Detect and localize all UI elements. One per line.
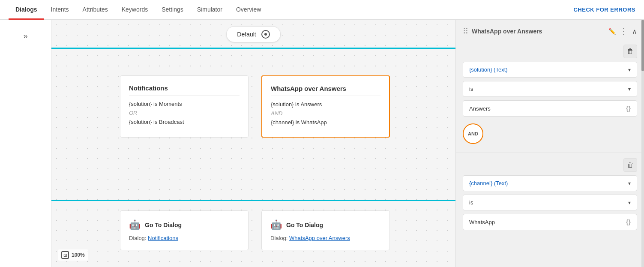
goto-notifications-dialog: Dialog: Notifications (129, 235, 240, 241)
condition2-operator-select[interactable]: is ▾ (463, 195, 637, 210)
goto-whatsapp-header: 🤖 Go To Dialog (270, 219, 381, 231)
goto-notifications-title: Go To Dialog (145, 222, 182, 228)
goto-whatsapp-title: Go To Dialog (286, 222, 323, 228)
condition1-field-text: {solution} (Text) (469, 66, 508, 73)
tab-attributes[interactable]: Attributes (76, 0, 115, 20)
default-bar: Default (51, 26, 455, 42)
condition2-value-text: WhatsApp (469, 219, 495, 225)
main-layout: » Default Notifications {solution} is Mo… (0, 20, 644, 267)
notifications-card-title: Notifications (129, 84, 240, 96)
target-icon (261, 30, 270, 39)
canvas-area: Default Notifications {solution} is Mome… (51, 20, 455, 267)
default-label-text: Default (237, 31, 256, 38)
condition2-field-chevron-icon: ▾ (628, 180, 631, 186)
notifications-connector: OR (129, 110, 240, 116)
goto-whatsapp-robot-icon: 🤖 (270, 219, 282, 231)
whatsapp-connector: AND (271, 110, 380, 117)
left-sidebar: » (0, 20, 51, 267)
goto-whatsapp-dialog: Dialog: WhatsApp over Answers (270, 235, 381, 241)
and-button[interactable]: AND (463, 123, 483, 144)
condition1-curly-icon: {} (626, 105, 631, 112)
condition1-operator-text: is (469, 86, 473, 92)
tab-keywords[interactable]: Keywords (115, 0, 155, 20)
condition2-curly-icon: {} (626, 219, 631, 225)
condition1-operator-select[interactable]: is ▾ (463, 81, 637, 97)
whatsapp-condition-card[interactable]: WhatsApp over Answers {solution} is Answ… (261, 75, 390, 138)
goto-whatsapp-card[interactable]: 🤖 Go To Dialog Dialog: WhatsApp over Ans… (261, 210, 390, 250)
right-panel: ⠿ WhatsApp over Answers ✏️ ⋮ ∧ 🗑 {soluti… (455, 20, 644, 267)
goto-notifications-robot-icon: 🤖 (129, 219, 141, 231)
zoom-text: 100% (72, 252, 85, 258)
whatsapp-card-title: WhatsApp over Answers (271, 85, 380, 96)
panel-divider (456, 153, 644, 153)
notifications-line2: {solution} is Broadcast (129, 119, 240, 125)
tab-simulator[interactable]: Simulator (190, 0, 229, 20)
panel-menu-icon[interactable]: ⋮ (620, 27, 628, 36)
panel-title: WhatsApp over Answers (472, 28, 604, 35)
whatsapp-line1: {solution} is Answers (271, 101, 380, 108)
condition2-value-box[interactable]: WhatsApp {} (463, 214, 637, 230)
scrollbar-thumb[interactable] (641, 20, 644, 71)
condition1-value-box[interactable]: Answers {} (463, 100, 637, 117)
condition1-operator-chevron-icon: ▾ (628, 86, 631, 92)
condition2-field-select[interactable]: {channel} (Text) ▾ (463, 175, 637, 191)
cyan-line-bottom (51, 200, 455, 201)
condition2-operator-text: is (469, 199, 473, 206)
goto-row: 🤖 Go To Dialog Dialog: Notifications 🤖 G… (51, 210, 455, 250)
panel-collapse-icon[interactable]: ∧ (632, 27, 637, 36)
condition2-field-text: {channel} (Text) (469, 180, 508, 186)
cyan-line-top (51, 48, 455, 49)
zoom-icon: ⊡ (61, 251, 69, 259)
default-label-container[interactable]: Default (226, 26, 280, 42)
conditions-row: Notifications {solution} is Moments OR {… (51, 75, 455, 138)
condition1-field-chevron-icon: ▾ (628, 67, 631, 73)
check-errors-button[interactable]: CHECK FOR ERRORS (573, 6, 635, 13)
top-navigation: Dialogs Intents Attributes Keywords Sett… (0, 0, 644, 20)
edit-icon[interactable]: ✏️ (608, 28, 616, 35)
zoom-indicator: ⊡ 100% (58, 249, 88, 261)
delete-condition2-button[interactable]: 🗑 (623, 158, 637, 172)
drag-handle-icon: ⠿ (463, 27, 467, 36)
condition2-operator-chevron-icon: ▾ (628, 200, 631, 206)
right-panel-header: ⠿ WhatsApp over Answers ✏️ ⋮ ∧ (456, 20, 644, 41)
goto-notifications-link[interactable]: Notifications (148, 235, 178, 241)
condition2-section: 🗑 {channel} (Text) ▾ is ▾ WhatsApp {} (456, 155, 644, 234)
tab-settings[interactable]: Settings (155, 0, 190, 20)
tab-dialogs[interactable]: Dialogs (9, 0, 44, 20)
expand-button[interactable]: » (20, 28, 31, 44)
condition1-field-select[interactable]: {solution} (Text) ▾ (463, 62, 637, 78)
tab-intents[interactable]: Intents (44, 0, 76, 20)
whatsapp-line2: {channel} is WhatsApp (271, 119, 380, 126)
notifications-condition-card[interactable]: Notifications {solution} is Moments OR {… (120, 75, 249, 138)
scrollbar[interactable] (641, 20, 644, 267)
notifications-line1: {solution} is Moments (129, 101, 240, 107)
tab-overview[interactable]: Overview (229, 0, 268, 20)
condition1-value-text: Answers (469, 105, 491, 112)
goto-notifications-header: 🤖 Go To Dialog (129, 219, 240, 231)
goto-whatsapp-link[interactable]: WhatsApp over Answers (289, 235, 350, 241)
delete-condition1-button[interactable]: 🗑 (623, 45, 637, 58)
condition1-section: 🗑 {solution} (Text) ▾ is ▾ Answers {} AN… (456, 41, 644, 151)
goto-notifications-card[interactable]: 🤖 Go To Dialog Dialog: Notifications (120, 210, 249, 250)
